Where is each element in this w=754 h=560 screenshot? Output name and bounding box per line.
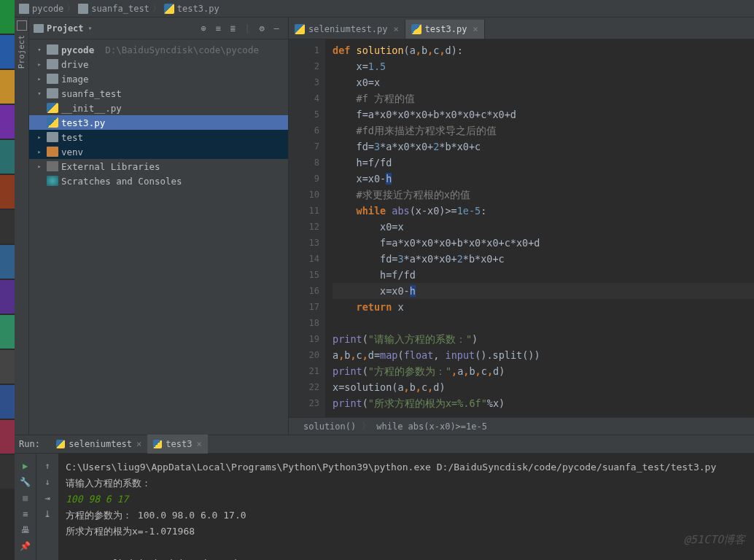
folder-icon	[19, 4, 29, 14]
tree-suanfa[interactable]: suanfa_test	[61, 88, 122, 99]
target-icon[interactable]: ⊕	[196, 23, 211, 34]
close-icon[interactable]: ×	[196, 439, 201, 449]
close-icon[interactable]: ×	[393, 24, 398, 34]
tree-init[interactable]: __init__.py	[61, 103, 122, 114]
left-activity-edge	[0, 0, 15, 560]
gear-icon[interactable]: ⚙	[254, 23, 269, 34]
folder-icon	[47, 59, 58, 69]
folder-icon	[47, 74, 58, 84]
gutter: 1234567891011121314151617181920212223	[289, 39, 325, 417]
project-tree[interactable]: ▾pycode D:\BaiduSyncdisk\code\pycode ▸dr…	[29, 39, 288, 435]
tab-test3[interactable]: test3.py×	[405, 20, 485, 39]
run-label: Run:	[19, 439, 40, 449]
python-file-icon	[47, 103, 58, 113]
crumb-2[interactable]: suanfa_test	[91, 4, 149, 14]
tree-test[interactable]: test	[61, 132, 83, 143]
rerun-icon[interactable]: ▶	[18, 458, 33, 474]
library-icon	[47, 161, 58, 171]
project-pane: Project ▾ ⊕ ≡ ≣ | ⚙ — ▾pycode D:\BaiduSy…	[29, 18, 289, 435]
folder-icon	[47, 88, 58, 98]
collapse-all-icon[interactable]: ≣	[225, 23, 240, 34]
python-file-icon	[164, 4, 174, 14]
watermark: @51CTO博客	[684, 533, 745, 547]
close-icon[interactable]: ×	[473, 24, 478, 34]
run-tab-seleniumtest[interactable]: seleniumtest×	[50, 435, 147, 454]
tree-venv[interactable]: venv	[61, 147, 83, 158]
pin-icon[interactable]: 📌	[18, 538, 33, 554]
breadcrumb: pycode 〉 suanfa_test 〉 test3.py	[0, 0, 754, 18]
close-icon[interactable]: ×	[136, 439, 141, 449]
tree-ext-lib[interactable]: External Libraries	[61, 161, 160, 172]
crumb-1[interactable]: pycode	[32, 4, 63, 14]
run-tool-window: Run: seleniumtest× test3× ▶ 🔧 ■ ≡ 🖶 📌 ↑ …	[15, 435, 754, 560]
hide-icon[interactable]: —	[269, 23, 284, 34]
tree-root-path: D:\BaiduSyncdisk\code\pycode	[105, 44, 259, 55]
editor-tabs: seleniumtest.py× test3.py×	[289, 18, 754, 39]
down-icon[interactable]: ↓	[40, 474, 55, 490]
tab-seleniumtest[interactable]: seleniumtest.py×	[289, 20, 405, 39]
soft-wrap-icon[interactable]: ⇥	[40, 490, 55, 506]
layout-icon[interactable]: ≡	[18, 506, 33, 522]
status-scope-inner[interactable]: while abs(x-x0)>=1e-5	[376, 421, 487, 432]
editor-status-crumb: solution() 〉 while abs(x-x0)>=1e-5	[289, 417, 754, 435]
folder-icon	[47, 44, 58, 55]
up-icon[interactable]: ↑	[40, 458, 55, 474]
python-file-icon	[47, 117, 58, 128]
python-file-icon	[295, 24, 305, 34]
scroll-to-end-icon[interactable]: ⤓	[40, 506, 55, 522]
wrench-icon[interactable]: 🔧	[18, 474, 33, 490]
scratches-icon	[47, 176, 58, 186]
run-output[interactable]: C:\Users\liug9\AppData\Local\Programs\Py…	[58, 454, 754, 560]
expand-all-icon[interactable]: ≡	[211, 23, 225, 34]
chevron-down-icon[interactable]: ▾	[88, 24, 93, 32]
tree-scratches[interactable]: Scratches and Consoles	[61, 176, 182, 187]
status-scope[interactable]: solution()	[303, 421, 356, 432]
tree-image[interactable]: image	[61, 74, 89, 85]
tree-drive[interactable]: drive	[61, 59, 89, 70]
python-file-icon	[56, 440, 65, 448]
tree-root[interactable]: pycode	[61, 44, 94, 55]
run-tab-test3[interactable]: test3×	[147, 435, 207, 454]
folder-icon	[47, 132, 58, 142]
python-file-icon	[153, 440, 162, 448]
print-icon[interactable]: 🖶	[18, 522, 33, 538]
stop-icon[interactable]: ■	[18, 490, 33, 506]
project-header: Project	[47, 23, 84, 34]
code-editor[interactable]: 1234567891011121314151617181920212223 de…	[289, 39, 754, 417]
folder-icon	[78, 4, 88, 14]
python-file-icon	[411, 24, 421, 34]
project-tool-icon[interactable]	[17, 20, 27, 31]
tree-test3[interactable]: test3.py	[61, 117, 105, 128]
venv-folder-icon	[47, 147, 58, 157]
side-rail: Project	[15, 18, 29, 435]
folder-icon	[34, 24, 44, 33]
project-rail-label[interactable]: Project	[17, 35, 26, 69]
tree-selected: test3.py	[29, 115, 288, 130]
crumb-3[interactable]: test3.py	[177, 4, 219, 14]
